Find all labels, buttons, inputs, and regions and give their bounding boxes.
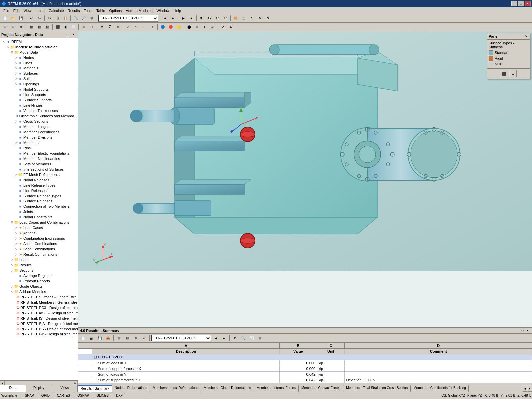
minimize-button[interactable]: _ bbox=[511, 1, 517, 6]
res-prev-btn[interactable]: ◄ bbox=[212, 334, 219, 342]
tb-move[interactable]: ✥ bbox=[256, 15, 263, 22]
res-tb-8[interactable]: ↩ bbox=[140, 334, 148, 342]
tb-cut[interactable]: ✂ bbox=[46, 15, 53, 22]
tb-paste[interactable]: 📋 bbox=[62, 15, 69, 22]
tree-item-results[interactable]: ▷ 📁 Results bbox=[1, 262, 77, 268]
tb2-18[interactable]: ↕ bbox=[149, 23, 156, 31]
res-tb-6[interactable]: ⊟ bbox=[124, 334, 131, 342]
status-glines[interactable]: GLINES bbox=[94, 393, 111, 398]
tree-item-lines[interactable]: ▷ ■ Lines bbox=[1, 60, 77, 66]
panel-icon-btn-2[interactable]: ≡ bbox=[509, 70, 517, 77]
res-filter-btn[interactable]: 🔍 bbox=[240, 334, 247, 342]
tb2-4[interactable]: ▦ bbox=[28, 23, 35, 31]
tree-item-linereleases[interactable]: ▷ ■ Line Releases bbox=[1, 188, 77, 193]
res-tb-5[interactable]: ⊞ bbox=[115, 334, 123, 342]
tb2-12[interactable]: A bbox=[98, 23, 106, 31]
tree-item-rfsteel8[interactable]: ▷ ⚙ RF-STEEL GB - Design of steel mer... bbox=[1, 332, 77, 337]
tree-item-memberdivisions[interactable]: ▷ ■ Member Divisions bbox=[1, 135, 77, 140]
menu-item-results[interactable]: Results bbox=[66, 8, 82, 13]
tb2-8[interactable]: ▣ bbox=[62, 23, 69, 31]
tabs-scroll-right[interactable]: ► bbox=[527, 385, 532, 392]
tb-save[interactable]: 💾 bbox=[17, 15, 25, 22]
tabs-scroll-left[interactable]: ◄ bbox=[523, 385, 527, 392]
tree-item-rfsteel5[interactable]: ▷ ⚙ RF-STEEL IS - Design of steel mem... bbox=[1, 316, 77, 321]
tb2-17[interactable]: ↔ bbox=[141, 23, 148, 31]
tb2-13[interactable]: Σ bbox=[106, 23, 114, 31]
tree-item-surfacereleases[interactable]: ▷ ■ Surface Releases bbox=[1, 199, 77, 204]
nav-scroll-right[interactable]: ► bbox=[73, 381, 78, 385]
tree-item-materials[interactable]: ▷ ■ Materials bbox=[1, 66, 77, 71]
results-load-combo[interactable]: CO2 - 1.35*LC1 + 1.35*LC2 bbox=[151, 335, 211, 341]
status-dxf[interactable]: DXF bbox=[114, 393, 125, 398]
tree-item-femesh[interactable]: ▷ 📁 FE Mesh Refinements bbox=[1, 172, 77, 177]
tb-select[interactable]: ↖ bbox=[248, 15, 255, 22]
tb-zoom-in[interactable]: 🔍 bbox=[72, 15, 79, 22]
res-chart-btn[interactable]: 📊 bbox=[248, 334, 255, 342]
results-float-btn[interactable]: ⬚ bbox=[520, 328, 525, 333]
nav-close-btn[interactable]: ✕ bbox=[71, 32, 76, 37]
tb-rotate[interactable]: ↻ bbox=[264, 15, 271, 22]
tb2-20[interactable]: 🔴 bbox=[167, 23, 174, 31]
tb-redo[interactable]: ↪ bbox=[36, 15, 43, 22]
tree-item-sections[interactable]: ▷ 📁 Sections bbox=[1, 268, 77, 273]
tree-item-variablethicknesses[interactable]: ▷ ■ Variable Thicknesses bbox=[1, 108, 77, 113]
tb-fit[interactable]: ⊞ bbox=[88, 15, 95, 22]
tree-item-surfaces[interactable]: ▷ ■ Surfaces bbox=[1, 71, 77, 76]
tree-item-crosssections[interactable]: ▷ ■ Cross-Sections bbox=[1, 119, 77, 124]
menu-item-edit[interactable]: Edit bbox=[11, 8, 22, 13]
tb-xz[interactable]: XZ bbox=[214, 15, 221, 22]
tb2-7[interactable]: ⬛ bbox=[54, 23, 61, 31]
tree-item-loadcaseslist[interactable]: ▷ ➤ Load Cases bbox=[1, 225, 77, 230]
res-tb-1[interactable]: 📄 bbox=[79, 334, 87, 342]
res-tb-2[interactable]: 🖨 bbox=[88, 334, 95, 342]
tree-container[interactable]: ▽ ● RFEM ▽ 📁 Modèle tourillon article* ▽… bbox=[0, 38, 78, 380]
status-osnap[interactable]: OSNAP bbox=[75, 393, 91, 398]
menu-item-view[interactable]: View bbox=[22, 8, 34, 13]
tree-item-nodalsupports[interactable]: ▷ ■ Nodal Supports bbox=[1, 87, 77, 92]
res-tab-summary[interactable]: Results - Summary bbox=[78, 385, 112, 392]
res-tab-members-contact[interactable]: Members - Contact Forces bbox=[299, 385, 343, 392]
tb2-25[interactable]: ◎ bbox=[209, 23, 216, 31]
3d-viewport[interactable]: Z X Y Panel ✕ bbox=[78, 31, 532, 271]
res-tab-members-global[interactable]: Members - Global Deformations bbox=[201, 385, 254, 392]
tree-item-rfsteel7[interactable]: ▷ ⚙ RF-STEEL BS - Design of steel mem... bbox=[1, 326, 77, 332]
tree-item-resultcombinations[interactable]: ▷ ➤ Result Combinations bbox=[1, 252, 77, 257]
tb-xy[interactable]: XY bbox=[206, 15, 213, 22]
tree-item-orthotropic[interactable]: ▷ ■ Orthotropic Surfaces and Membra... bbox=[1, 113, 77, 119]
tree-item-linehinges[interactable]: ▷ ■ Line Hinges bbox=[1, 103, 77, 108]
res-tb-4[interactable]: 📤 bbox=[104, 334, 112, 342]
tree-item-actions[interactable]: ▷ ➤ Actions bbox=[1, 230, 77, 236]
tb2-26[interactable]: ↗ bbox=[219, 23, 227, 31]
tb2-11[interactable]: ⊟ bbox=[88, 23, 95, 31]
nav-float-btn[interactable]: ⬚ bbox=[65, 32, 70, 37]
menu-item-options[interactable]: Options bbox=[107, 8, 124, 13]
tree-item-loadcombinations[interactable]: ▷ ➤ Load Combinations bbox=[1, 246, 77, 252]
tb2-21[interactable]: 🟡 bbox=[175, 23, 182, 31]
tb-stop[interactable]: ■ bbox=[188, 15, 195, 22]
tree-item-ribs[interactable]: ▷ ■ Ribs bbox=[1, 145, 77, 151]
nav-tab-display[interactable]: Display bbox=[26, 385, 52, 392]
res-table-btn[interactable]: ⊞ bbox=[256, 334, 264, 342]
tree-item-membereccentricities[interactable]: ▷ ■ Member Eccentricities bbox=[1, 129, 77, 135]
tb-new[interactable]: 📄 bbox=[1, 15, 9, 22]
tree-item-surfacereleasetypes[interactable]: ▷ ■ Surface Release Types bbox=[1, 193, 77, 199]
tree-item-averageregions[interactable]: ▷ ■ Average Regions bbox=[1, 273, 77, 278]
menu-item-tools[interactable]: Tools bbox=[82, 8, 94, 13]
tree-item-surfacesupports[interactable]: ▷ ■ Surface Supports bbox=[1, 97, 77, 103]
load-case-combo[interactable]: CO2 - 1.35*LC1 + 1.35*LC2 bbox=[98, 15, 158, 22]
tb2-16[interactable]: ⤡ bbox=[133, 23, 140, 31]
menu-item-calculate[interactable]: Calculate bbox=[47, 8, 66, 13]
tb2-5[interactable]: ▤ bbox=[36, 23, 43, 31]
tb2-9[interactable]: ⬜ bbox=[70, 23, 77, 31]
tb-undo[interactable]: ↩ bbox=[28, 15, 35, 22]
tree-item-model[interactable]: ▽ 📁 Modèle tourillon article* bbox=[1, 44, 77, 50]
tree-item-membernonlinear[interactable]: ▷ ■ Member Nonlinearities bbox=[1, 156, 77, 161]
results-close-btn[interactable]: ✕ bbox=[525, 328, 530, 333]
maximize-button[interactable]: □ bbox=[518, 1, 524, 6]
tree-item-linereleasetypes[interactable]: ▷ ■ Line Release Types bbox=[1, 183, 77, 188]
res-tb-3[interactable]: 💾 bbox=[96, 334, 103, 342]
tb-next[interactable]: ► bbox=[169, 15, 177, 22]
tree-item-memberelastic[interactable]: ▷ ■ Member Elastic Foundations bbox=[1, 151, 77, 156]
panel-icon-btn-1[interactable]: ⬛ bbox=[501, 70, 508, 77]
tree-item-openings[interactable]: ▷ ■ Openings bbox=[1, 81, 77, 87]
